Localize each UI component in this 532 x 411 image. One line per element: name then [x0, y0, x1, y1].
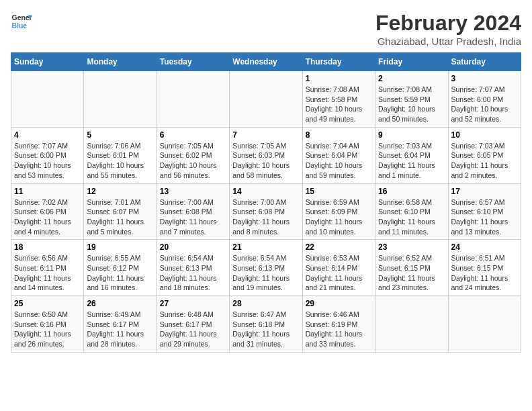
day-detail: Sunrise: 7:07 AM Sunset: 6:00 PM Dayligh…: [14, 141, 81, 181]
day-number: 6: [160, 130, 226, 140]
day-number: 18: [14, 242, 81, 252]
day-detail: Sunrise: 7:02 AM Sunset: 6:06 PM Dayligh…: [14, 197, 81, 237]
day-header-wednesday: Wednesday: [230, 53, 302, 71]
subtitle: Ghaziabad, Uttar Pradesh, India: [375, 36, 521, 47]
calendar-cell: 28Sunrise: 6:47 AM Sunset: 6:18 PM Dayli…: [230, 296, 302, 353]
day-number: 5: [87, 130, 153, 140]
day-detail: Sunrise: 7:00 AM Sunset: 6:08 PM Dayligh…: [160, 197, 226, 237]
calendar-cell: [157, 71, 229, 128]
day-detail: Sunrise: 7:03 AM Sunset: 6:04 PM Dayligh…: [378, 141, 445, 181]
calendar-cell: 12Sunrise: 7:01 AM Sunset: 6:07 PM Dayli…: [84, 183, 157, 240]
day-header-monday: Monday: [84, 53, 157, 71]
day-number: 28: [232, 299, 299, 308]
calendar-cell: 22Sunrise: 6:53 AM Sunset: 6:14 PM Dayli…: [302, 240, 375, 296]
calendar-cell: 27Sunrise: 6:48 AM Sunset: 6:17 PM Dayli…: [157, 296, 229, 353]
day-number: 24: [451, 242, 518, 252]
calendar-cell: [448, 296, 521, 353]
day-number: 26: [87, 299, 153, 308]
day-detail: Sunrise: 7:03 AM Sunset: 6:05 PM Dayligh…: [451, 141, 518, 181]
calendar-cell: 23Sunrise: 6:52 AM Sunset: 6:15 PM Dayli…: [375, 240, 448, 296]
day-number: 14: [232, 187, 299, 196]
day-number: 3: [451, 74, 518, 83]
day-number: 29: [306, 299, 372, 308]
calendar-cell: 9Sunrise: 7:03 AM Sunset: 6:04 PM Daylig…: [375, 127, 448, 183]
calendar-cell: 25Sunrise: 6:50 AM Sunset: 6:16 PM Dayli…: [11, 296, 84, 353]
day-header-tuesday: Tuesday: [157, 53, 229, 71]
calendar-cell: 15Sunrise: 6:59 AM Sunset: 6:09 PM Dayli…: [302, 183, 375, 240]
calendar-cell: 26Sunrise: 6:49 AM Sunset: 6:17 PM Dayli…: [84, 296, 157, 353]
calendar-cell: 20Sunrise: 6:54 AM Sunset: 6:13 PM Dayli…: [157, 240, 229, 296]
day-number: 17: [451, 187, 518, 196]
day-number: 9: [378, 130, 445, 140]
day-detail: Sunrise: 6:58 AM Sunset: 6:10 PM Dayligh…: [378, 197, 445, 237]
calendar-cell: 21Sunrise: 6:54 AM Sunset: 6:13 PM Dayli…: [230, 240, 302, 296]
day-number: 23: [378, 242, 445, 252]
calendar-cell: 24Sunrise: 6:51 AM Sunset: 6:15 PM Dayli…: [448, 240, 521, 296]
day-detail: Sunrise: 6:51 AM Sunset: 6:15 PM Dayligh…: [451, 253, 518, 293]
day-detail: Sunrise: 7:07 AM Sunset: 6:00 PM Dayligh…: [451, 85, 518, 124]
day-number: 11: [14, 187, 81, 196]
svg-text:Blue: Blue: [12, 22, 28, 30]
day-header-sunday: Sunday: [11, 53, 84, 71]
day-number: 4: [14, 130, 81, 140]
day-header-saturday: Saturday: [448, 53, 521, 71]
calendar-cell: 2Sunrise: 7:08 AM Sunset: 5:59 PM Daylig…: [375, 71, 448, 128]
calendar-cell: 10Sunrise: 7:03 AM Sunset: 6:05 PM Dayli…: [448, 127, 521, 183]
calendar-week-4: 25Sunrise: 6:50 AM Sunset: 6:16 PM Dayli…: [11, 296, 521, 353]
day-detail: Sunrise: 7:06 AM Sunset: 6:01 PM Dayligh…: [87, 141, 153, 181]
logo: General Blue: [11, 11, 32, 32]
calendar-cell: 17Sunrise: 6:57 AM Sunset: 6:10 PM Dayli…: [448, 183, 521, 240]
day-detail: Sunrise: 7:01 AM Sunset: 6:07 PM Dayligh…: [87, 197, 153, 237]
day-number: 10: [451, 130, 518, 140]
calendar-cell: 11Sunrise: 7:02 AM Sunset: 6:06 PM Dayli…: [11, 183, 84, 240]
calendar-table: SundayMondayTuesdayWednesdayThursdayFrid…: [11, 52, 521, 353]
calendar-cell: 18Sunrise: 6:56 AM Sunset: 6:11 PM Dayli…: [11, 240, 84, 296]
day-detail: Sunrise: 6:54 AM Sunset: 6:13 PM Dayligh…: [160, 253, 226, 293]
calendar-cell: [230, 71, 302, 128]
calendar-header-row: SundayMondayTuesdayWednesdayThursdayFrid…: [11, 53, 521, 71]
logo-icon: General Blue: [11, 11, 32, 32]
day-detail: Sunrise: 6:47 AM Sunset: 6:18 PM Dayligh…: [232, 310, 299, 349]
day-detail: Sunrise: 6:54 AM Sunset: 6:13 PM Dayligh…: [232, 253, 299, 293]
day-detail: Sunrise: 7:05 AM Sunset: 6:02 PM Dayligh…: [160, 141, 226, 181]
day-number: 16: [378, 187, 445, 196]
calendar-cell: 16Sunrise: 6:58 AM Sunset: 6:10 PM Dayli…: [375, 183, 448, 240]
calendar-week-1: 4Sunrise: 7:07 AM Sunset: 6:00 PM Daylig…: [11, 127, 521, 183]
calendar-week-2: 11Sunrise: 7:02 AM Sunset: 6:06 PM Dayli…: [11, 183, 521, 240]
day-number: 2: [378, 74, 445, 83]
page-header: General Blue February 2024 Ghaziabad, Ut…: [11, 11, 521, 47]
day-detail: Sunrise: 6:48 AM Sunset: 6:17 PM Dayligh…: [160, 310, 226, 349]
day-number: 15: [306, 187, 372, 196]
day-number: 13: [160, 187, 226, 196]
calendar-cell: [84, 71, 157, 128]
calendar-cell: [375, 296, 448, 353]
day-detail: Sunrise: 7:05 AM Sunset: 6:03 PM Dayligh…: [232, 141, 299, 181]
day-detail: Sunrise: 6:57 AM Sunset: 6:10 PM Dayligh…: [451, 197, 518, 237]
day-number: 21: [232, 242, 299, 252]
calendar-cell: 14Sunrise: 7:00 AM Sunset: 6:08 PM Dayli…: [230, 183, 302, 240]
day-number: 1: [306, 74, 372, 83]
calendar-cell: [11, 71, 84, 128]
calendar-cell: 5Sunrise: 7:06 AM Sunset: 6:01 PM Daylig…: [84, 127, 157, 183]
day-number: 27: [160, 299, 226, 308]
day-number: 19: [87, 242, 153, 252]
day-number: 22: [306, 242, 372, 252]
day-detail: Sunrise: 7:08 AM Sunset: 5:58 PM Dayligh…: [306, 85, 372, 124]
day-detail: Sunrise: 6:59 AM Sunset: 6:09 PM Dayligh…: [306, 197, 372, 237]
day-number: 25: [14, 299, 81, 308]
day-detail: Sunrise: 7:08 AM Sunset: 5:59 PM Dayligh…: [378, 85, 445, 124]
calendar-cell: 4Sunrise: 7:07 AM Sunset: 6:00 PM Daylig…: [11, 127, 84, 183]
calendar-cell: 29Sunrise: 6:46 AM Sunset: 6:19 PM Dayli…: [302, 296, 375, 353]
day-header-thursday: Thursday: [302, 53, 375, 71]
calendar-cell: 1Sunrise: 7:08 AM Sunset: 5:58 PM Daylig…: [302, 71, 375, 128]
day-header-friday: Friday: [375, 53, 448, 71]
calendar-cell: 3Sunrise: 7:07 AM Sunset: 6:00 PM Daylig…: [448, 71, 521, 128]
calendar-cell: 13Sunrise: 7:00 AM Sunset: 6:08 PM Dayli…: [157, 183, 229, 240]
day-detail: Sunrise: 6:56 AM Sunset: 6:11 PM Dayligh…: [14, 253, 81, 293]
day-detail: Sunrise: 6:50 AM Sunset: 6:16 PM Dayligh…: [14, 310, 81, 349]
day-detail: Sunrise: 6:52 AM Sunset: 6:15 PM Dayligh…: [378, 253, 445, 293]
calendar-cell: 7Sunrise: 7:05 AM Sunset: 6:03 PM Daylig…: [230, 127, 302, 183]
calendar-cell: 6Sunrise: 7:05 AM Sunset: 6:02 PM Daylig…: [157, 127, 229, 183]
calendar-week-0: 1Sunrise: 7:08 AM Sunset: 5:58 PM Daylig…: [11, 71, 521, 128]
calendar-cell: 8Sunrise: 7:04 AM Sunset: 6:04 PM Daylig…: [302, 127, 375, 183]
